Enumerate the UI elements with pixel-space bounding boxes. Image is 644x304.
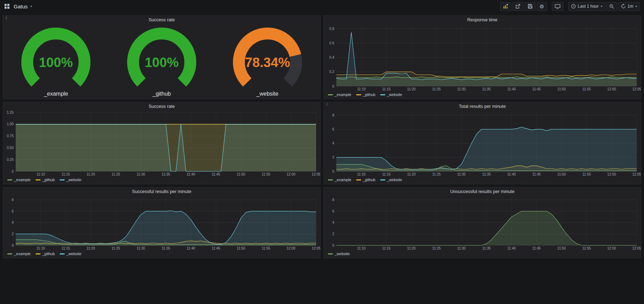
legend-swatch [60,253,65,254]
svg-text:11:20: 11:20 [87,172,95,176]
dashboard-title[interactable]: Gatus [14,3,28,9]
svg-text:11:50: 11:50 [557,246,566,250]
legend-item-github[interactable]: _github [356,92,375,97]
chart-svg[interactable]: 0246811:1011:1511:2011:2511:3011:3511:40… [324,110,641,177]
refresh-interval-label: 1m [628,4,634,9]
add-panel-icon [503,3,508,9]
navbar-left: Gatus ▾ [3,2,32,10]
gauge-arc: 100% [113,26,211,90]
panel-legend: _website [324,251,641,258]
svg-text:11:20: 11:20 [87,246,95,250]
legend-item-website[interactable]: _website [380,178,402,182]
chart-svg[interactable]: 00.250.500.751.001.2511:1011:1511:2011:2… [3,110,320,177]
svg-text:11:55: 11:55 [262,172,271,176]
zoom-out-icon [609,4,614,9]
gauge-arc: 100% [7,26,105,90]
apps-grid-icon [4,3,10,9]
monitor-icon [555,4,561,9]
legend-swatch [356,179,361,180]
panel-total-results-per-minute: iTotal results per minute0246811:1011:15… [323,102,641,184]
svg-text:11:15: 11:15 [382,172,391,176]
navbar: Gatus ▾ ⚙ Last 1 hour ▾ 1m ▾ [0,0,644,13]
tv-mode-button[interactable] [552,2,563,11]
panel-title[interactable]: Response time [324,16,641,24]
legend-item-website[interactable]: _website [328,252,350,256]
save-button[interactable] [525,2,536,11]
chart-area[interactable]: 0246811:1011:1511:2011:2511:3011:3511:40… [324,110,641,177]
svg-text:1.25: 1.25 [7,111,14,114]
svg-text:11:30: 11:30 [137,246,145,250]
legend-label: _website [335,252,350,256]
chart-svg[interactable]: 0246811:1011:1511:2011:2511:3011:3511:40… [3,195,320,251]
svg-text:11:40: 11:40 [507,87,516,91]
panel-success-rate-gauges: iSuccess rate100%_example100%_github78.3… [3,15,321,99]
gauge-label: _example [44,91,68,97]
svg-text:1.00: 1.00 [7,122,14,126]
panel-title[interactable]: Successful results per minute [3,187,320,195]
svg-text:12:00: 12:00 [607,246,616,250]
panel-title[interactable]: Unsuccessful results per minute [324,187,641,195]
gauge-value: 78.34% [245,55,290,70]
legend-label: _github [363,92,375,97]
legend-item-github[interactable]: _github [36,178,55,182]
add-panel-button[interactable] [500,2,511,11]
svg-text:11:10: 11:10 [357,172,366,176]
legend-swatch [356,94,361,95]
panel-info-icon[interactable]: i [325,102,329,107]
legend-item-website[interactable]: _website [380,92,402,97]
legend-item-example[interactable]: _example [328,178,351,182]
time-range-button[interactable]: Last 1 hour ▾ [568,2,605,11]
svg-text:0: 0 [332,84,334,88]
legend-item-website[interactable]: _website [60,178,81,182]
svg-text:11:35: 11:35 [482,246,491,250]
legend-item-example[interactable]: _example [7,178,31,182]
svg-text:11:20: 11:20 [407,87,416,91]
svg-text:11:25: 11:25 [432,87,441,91]
svg-text:6: 6 [332,127,334,131]
chart-svg[interactable]: 00.20.40.60.811:1011:1511:2011:2511:3011… [324,24,641,92]
svg-text:11:45: 11:45 [532,87,541,91]
chart-area[interactable]: 0246811:1011:1511:2011:2511:3011:3511:40… [3,195,320,251]
dashboards-grid-icon[interactable] [3,2,11,10]
refresh-button[interactable]: 1m ▾ [618,2,640,11]
clock-icon [571,4,576,9]
svg-text:11:10: 11:10 [357,246,366,250]
legend-item-github[interactable]: _github [356,178,375,182]
chart-area[interactable]: 00.20.40.60.811:1011:1511:2011:2511:3011… [324,24,641,92]
svg-text:12:05: 12:05 [312,246,320,250]
panel-info-icon[interactable]: i [4,16,8,21]
svg-text:11:45: 11:45 [212,172,220,176]
legend-item-website[interactable]: _website [60,252,81,256]
chart-area[interactable]: 00.250.500.751.001.2511:1011:1511:2011:2… [3,110,320,177]
legend-item-github[interactable]: _github [36,252,55,256]
settings-button[interactable]: ⚙ [537,2,547,11]
legend-item-example[interactable]: _example [328,92,351,97]
legend-label: _github [363,178,375,182]
svg-text:11:50: 11:50 [237,172,246,176]
panel-success-rate: Success rate00.250.500.751.001.2511:1011… [3,102,321,184]
panel-title[interactable]: Success rate [3,102,320,110]
legend-swatch [36,179,41,180]
svg-text:11:20: 11:20 [407,246,416,250]
svg-text:11:35: 11:35 [162,246,170,250]
legend-swatch [60,179,65,180]
chart-svg[interactable]: 0246811:1011:1511:2011:2511:3011:3511:40… [324,195,641,251]
svg-text:11:45: 11:45 [212,246,220,250]
legend-swatch [7,179,12,180]
zoom-out-button[interactable] [606,2,617,11]
chart-area[interactable]: 0246811:1011:1511:2011:2511:3011:3511:40… [324,195,641,251]
svg-text:11:20: 11:20 [407,172,416,176]
svg-text:2: 2 [332,155,334,159]
panel-title[interactable]: Success rate [3,16,320,24]
svg-text:8: 8 [332,198,334,202]
svg-text:6: 6 [332,209,334,213]
caret-down-icon[interactable]: ▾ [30,5,32,8]
time-range-label: Last 1 hour [578,4,599,9]
legend-swatch [380,94,385,95]
share-button[interactable] [512,2,524,11]
legend-item-example[interactable]: _example [7,252,31,256]
svg-text:11:50: 11:50 [557,172,566,176]
svg-text:0.75: 0.75 [7,134,14,138]
panel-title[interactable]: Total results per minute [324,102,641,110]
gauge-github: 100%_github [113,26,211,97]
